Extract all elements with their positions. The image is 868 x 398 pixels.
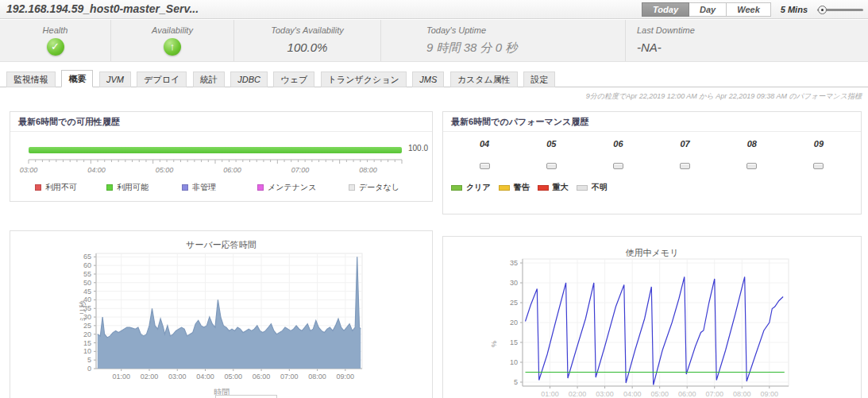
svg-text:03:00: 03:00 [168,373,187,381]
tab-jms[interactable]: JMS [412,71,444,87]
svg-text:08:00: 08:00 [733,390,751,398]
performance-hour-label: 06 [584,139,651,149]
memory-used-chart: 01:0002:0003:0004:0005:0006:0007:0008:00… [443,257,862,398]
svg-text:25: 25 [510,299,518,307]
refresh-interval-label: 5 Mins [781,5,808,14]
tab-transaction[interactable]: トランザクション [321,71,407,87]
today-availability-label: Today's Availability [234,25,380,35]
svg-text:10: 10 [83,347,91,355]
availability-bar[interactable] [29,147,402,153]
tab-web[interactable]: ウェブ [273,71,314,87]
tab-monitor-info[interactable]: 監視情報 [6,71,56,87]
svg-text:05:00: 05:00 [650,390,669,398]
performance-hour-cell [518,158,584,172]
status-band: Health ✓ Availability ↑ Today's Availabi… [0,20,868,62]
hour-status-icon[interactable] [746,163,757,169]
performance-hour-labels: 040506070809 [451,139,852,149]
svg-text:02:00: 02:00 [569,390,587,398]
legend-swatch-icon [577,185,588,191]
last-downtime-value: -NA- [637,41,868,54]
svg-text:01:00: 01:00 [541,390,559,398]
tab-jdbc[interactable]: JDBC [230,71,268,87]
svg-text:15: 15 [510,338,518,346]
svg-text:06:00: 06:00 [223,166,241,174]
slider-handle[interactable] [818,6,827,14]
availability-history-panel: 最新6時間での可用性履歴 100.0 03:0004:0005:0006:000… [10,111,433,202]
period-button-week[interactable]: Week [727,2,771,17]
monitor-title: 192.168.194.59_host0-master_Serv... [6,0,199,18]
legend-swatch-icon [499,185,510,191]
period-button-group: Today Day Week [642,2,771,17]
availability-bar-value: 100.0 [408,144,428,153]
svg-text:35: 35 [510,259,518,267]
svg-text:35: 35 [83,304,91,312]
performance-hour-cell [451,158,518,172]
svg-text:09:00: 09:00 [337,373,355,381]
legend-item: 不明 [577,182,608,193]
hour-status-icon[interactable] [480,163,490,169]
svg-text:07:00: 07:00 [291,166,310,174]
svg-text:03:00: 03:00 [20,166,38,174]
tab-jvm[interactable]: JVM [99,71,131,87]
tab-bar: 監視情報 概要 JVM デプロイ 統計 JDBC ウェブ トランザクション JM… [0,70,868,87]
legend-label: メンテナンス [268,182,316,193]
legend-label: クリア [466,182,491,193]
legend-item: 重大 [538,182,569,193]
legend-label: 利用可能 [117,182,149,193]
period-button-day[interactable]: Day [689,2,727,17]
memory-used-panel: 使用中メモリ % 01:0002:0003:0004:0005:0006:000… [442,236,862,398]
svg-text:60: 60 [83,261,91,269]
svg-text:55: 55 [83,270,91,278]
availability-up-icon: ↑ [164,38,181,56]
svg-text:09:00: 09:00 [761,390,779,398]
tab-custom-attributes[interactable]: カスタム属性 [450,71,518,87]
legend-item: メンテナンス [257,182,349,193]
tab-deploy[interactable]: デプロイ [137,71,187,87]
performance-history-title: 最新6時間でのパフォーマンス履歴 [443,112,861,132]
performance-hour-label: 09 [785,139,852,149]
tab-overview[interactable]: 概要 [61,70,93,87]
svg-text:08:00: 08:00 [308,373,326,381]
svg-text:08:00: 08:00 [359,166,377,174]
svg-text:50: 50 [83,279,91,287]
status-uptime: Today's Uptime 9 時間 38 分 0 秒 [381,20,626,61]
hour-status-icon[interactable] [613,163,623,169]
period-button-today[interactable]: Today [642,2,689,17]
status-health: Health ✓ [0,20,111,61]
svg-text:01:00: 01:00 [112,373,130,381]
performance-hour-label: 04 [451,139,518,149]
tab-settings[interactable]: 設定 [523,71,555,87]
performance-hour-cell [652,158,719,172]
legend-swatch-icon [35,184,41,191]
legend-swatch-icon [106,184,113,191]
legend-label: 利用不可 [45,182,77,193]
hour-status-icon[interactable] [813,163,824,169]
legend-item: クリア [451,182,491,193]
legend-label: データなし [359,182,399,193]
performance-history-panel: 最新6時間でのパフォーマンス履歴 040506070809 クリア警告重大不明 [442,111,862,214]
performance-hour-label: 05 [518,139,584,149]
svg-text:30: 30 [83,313,91,321]
svg-text:03:00: 03:00 [596,390,614,398]
legend-swatch-icon [349,184,355,191]
hour-status-icon[interactable] [680,163,690,169]
svg-text:45: 45 [83,288,91,296]
status-today-availability: Today's Availability 100.0% [234,20,381,61]
legend-label: 警告 [514,182,530,193]
tab-statistics[interactable]: 統計 [193,71,225,87]
health-ok-icon: ✓ [47,38,64,56]
response-time-panel: サーバー応答時間 ミリ秒 01:0002:0003:0004:0005:0006… [10,230,433,398]
svg-text:15: 15 [83,339,91,347]
svg-text:05:00: 05:00 [225,373,243,381]
svg-text:0: 0 [87,365,91,373]
response-time-legend-box [215,395,277,398]
legend-item: 警告 [499,182,530,193]
refresh-interval-slider[interactable] [817,6,863,14]
svg-text:05:00: 05:00 [156,166,174,174]
performance-hour-label: 08 [719,139,785,149]
uptime-value: 9 時間 38 分 0 秒 [426,41,625,56]
today-availability-value: 100.0% [234,41,380,54]
hour-status-icon[interactable] [546,163,557,169]
svg-text:40: 40 [83,296,91,303]
legend-swatch-icon [257,184,264,191]
